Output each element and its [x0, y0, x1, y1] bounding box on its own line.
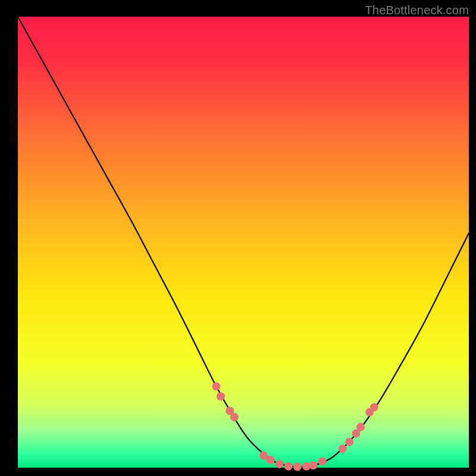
dot	[217, 392, 225, 400]
watermark-text: TheBottleneck.com	[365, 4, 469, 17]
chart-container	[0, 0, 476, 476]
dot	[259, 452, 268, 460]
dot	[293, 462, 302, 471]
dot	[230, 413, 239, 421]
dot	[345, 438, 353, 446]
dot	[266, 456, 274, 464]
dot	[275, 460, 284, 468]
dot	[356, 423, 365, 431]
dot	[212, 383, 221, 391]
dot	[370, 403, 378, 411]
dot	[339, 444, 347, 453]
dot	[318, 457, 327, 465]
dot	[284, 462, 293, 471]
bottleneck-chart	[0, 0, 476, 476]
dot	[309, 461, 317, 469]
svg-rect-1	[18, 17, 469, 468]
